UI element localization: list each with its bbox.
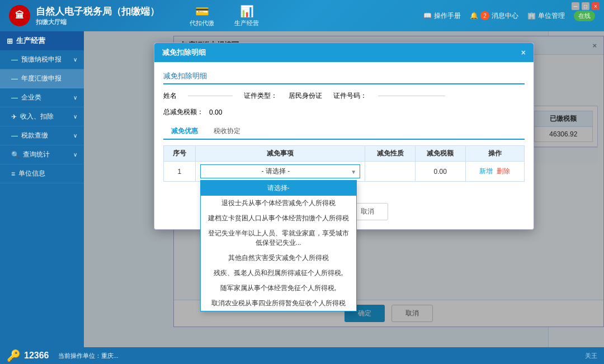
sidebar-section-icon: ⊞: [7, 37, 13, 45]
unit-sidebar-icon: ≡: [11, 170, 15, 178]
inner-modal-body: 减免扣除明细 姓名 证件类型： 居民身份证 证件号码： 总减免税额： 0.00: [154, 62, 534, 196]
status-bar: 🔑 12366 当前操作单位：重庆... 关王: [0, 347, 604, 364]
inner-modal-close[interactable]: ×: [521, 48, 526, 57]
enterprise-label: 企业类: [21, 93, 41, 102]
dakou-icon: 💳: [195, 4, 209, 18]
income-sidebar-label: 收入、扣除: [20, 112, 54, 121]
message-label: 消息中心: [492, 11, 518, 21]
unit-label: 单位管理: [538, 11, 565, 21]
app-subtitle: 扣缴大厅端: [36, 18, 159, 26]
main-layout: ⊞ 生产经营 — 预缴纳税申报 ∨ — 年度汇缴申报 — 企业类 ∨ ✈ 收入、…: [0, 31, 604, 347]
annual-label: 年度汇缴申报: [21, 74, 62, 83]
name-value: [188, 96, 233, 96]
modal-row-ops: 新增 删除: [465, 162, 524, 182]
sidebar-item-annual[interactable]: — 年度汇缴申报: [0, 69, 84, 88]
manual-button[interactable]: 📖 操作手册: [423, 11, 461, 21]
unit-sidebar-label: 单位信息: [18, 169, 45, 178]
event-dropdown-trigger[interactable]: - 请选择 - ▼: [200, 164, 361, 178]
dropdown-option-3[interactable]: 登记失业半年以上人员、零就业家庭，享受城市低保登记失业...: [201, 226, 356, 250]
info-row: 姓名 证件类型： 居民身份证 证件号码：: [163, 91, 525, 101]
dropdown-option-1[interactable]: 退役士兵从事个体经营减免个人所得税: [201, 196, 356, 211]
income-sidebar-icon: ✈: [11, 113, 17, 121]
message-badge: 2: [480, 11, 489, 20]
delete-button[interactable]: 删除: [496, 167, 511, 176]
cert-no-value: [378, 96, 445, 96]
inner-modal-title: 减免扣除明细: [162, 48, 206, 58]
dropdown-option-0[interactable]: 请选择-: [201, 181, 356, 196]
query-icon: 🔍: [11, 151, 20, 159]
sidebar-item-tax[interactable]: — 税款查缴 ∨: [0, 126, 84, 145]
modal-row-nature: [365, 162, 416, 182]
message-button[interactable]: 🔔 2 消息中心: [470, 11, 518, 21]
enterprise-icon: —: [11, 94, 18, 102]
add-button[interactable]: 新增: [478, 167, 494, 176]
event-dropdown-container: - 请选择 - ▼ 请选择- 退役士兵从事个体经营减免个人所得税 建档立卡贫困人…: [200, 164, 361, 178]
app-logo: 🏛 自然人电子税务局（扣缴端） 扣缴大厅端: [9, 5, 159, 26]
sidebar-item-unit[interactable]: ≡ 单位信息: [0, 164, 84, 183]
manual-icon: 📖: [423, 12, 432, 20]
status-unit: 当前操作单位：重庆...: [58, 352, 119, 360]
content-area: 年度汇缴申报填写 × 保存 税款所属 企业类 序号: [84, 31, 604, 347]
cert-type-value: 居民身份证: [289, 91, 322, 101]
unit-icon: 🏢: [527, 12, 536, 20]
status-logo: 🔑 12366: [7, 349, 49, 362]
close-button[interactable]: ×: [592, 2, 600, 10]
section-title: 减免扣除明细: [163, 71, 525, 84]
dropdown-option-7[interactable]: 取消农业税从事四业所得暂免征收个人所得税: [201, 296, 356, 311]
manual-label: 操作手册: [434, 11, 461, 21]
modal-col-nature: 减免性质: [365, 146, 416, 162]
dropdown-option-2[interactable]: 建档立卡贫困人口从事个体经营扣缴个人所得税: [201, 211, 356, 226]
total-exempt-row: 总减免税额： 0.00: [163, 107, 525, 117]
tab-exemption[interactable]: 减免优惠: [163, 124, 206, 140]
cert-no-label: 证件号码：: [333, 91, 367, 101]
tax-label: 税款查缴: [21, 131, 48, 140]
tax-arrow: ∨: [73, 133, 77, 139]
dropdown-option-4[interactable]: 其他自然灾害受灾减免个人所得税: [201, 250, 356, 266]
inner-modal: 减免扣除明细 × 减免扣除明细 姓名 证件类型： 居民身份证 证件号码：: [154, 42, 534, 230]
maximize-button[interactable]: □: [582, 2, 589, 10]
event-dropdown-value: - 请选择 -: [262, 167, 290, 175]
production-icon: 📊: [240, 4, 254, 18]
modal-row-seq: 1: [164, 162, 196, 182]
status-close-button[interactable]: 关王: [585, 352, 597, 360]
modal-col-amount: 减免税额: [415, 146, 465, 162]
nav-item-production[interactable]: 📊 生产经营: [226, 2, 267, 30]
app-title: 自然人电子税务局（扣缴端）: [36, 5, 159, 18]
query-arrow: ∨: [73, 152, 77, 158]
app-header: ─ □ × 🏛 自然人电子税务局（扣缴端） 扣缴大厅端 💳 代扣代缴 📊 生产经…: [0, 0, 604, 31]
header-nav: 💳 代扣代缴 📊 生产经营: [182, 2, 267, 30]
modal-col-event: 减免事项: [195, 146, 365, 162]
logo-icon: 🏛: [9, 5, 30, 26]
sidebar-item-query[interactable]: 🔍 查询统计 ∨: [0, 145, 84, 164]
sidebar-item-prepay[interactable]: — 预缴纳税申报 ∨: [0, 50, 84, 69]
modal-tabs: 减免优惠 税收协定: [163, 124, 525, 140]
status-logo-icon: 🔑: [7, 349, 21, 362]
nav-label-production: 生产经营: [234, 19, 259, 27]
unit-manage-button[interactable]: 🏢 单位管理: [527, 11, 565, 21]
name-label: 姓名: [163, 91, 177, 101]
prepay-arrow: ∨: [73, 56, 77, 63]
income-arrow: ∨: [73, 114, 77, 120]
sidebar: ⊞ 生产经营 — 预缴纳税申报 ∨ — 年度汇缴申报 — 企业类 ∨ ✈ 收入、…: [0, 31, 84, 347]
status-phone: 12366: [24, 351, 49, 361]
modal-row-event: - 请选择 - ▼ 请选择- 退役士兵从事个体经营减免个人所得税 建档立卡贫困人…: [195, 162, 365, 182]
event-dropdown-list: 请选择- 退役士兵从事个体经营减免个人所得税 建档立卡贫困人口从事个体经营扣缴个…: [200, 180, 357, 311]
nav-item-dakou[interactable]: 💳 代扣代缴: [182, 2, 222, 30]
annual-icon: —: [11, 75, 18, 83]
sidebar-item-income[interactable]: ✈ 收入、扣除 ∨: [0, 107, 84, 126]
enterprise-arrow: ∨: [73, 94, 77, 101]
modal-table-row: 1 - 请选择 - ▼: [164, 162, 525, 182]
header-right: 📖 操作手册 🔔 2 消息中心 🏢 单位管理 在线: [423, 11, 595, 21]
dropdown-option-6[interactable]: 随军家属从事个体经营免征个人所得税,: [201, 281, 356, 296]
modal-table: 序号 减免事项 减免性质 减免税额 操作 1: [163, 145, 525, 182]
query-label: 查询统计: [23, 150, 50, 159]
dropdown-option-5[interactable]: 残疾、孤老人员和烈属所得减征个人所得税,: [201, 266, 356, 281]
cert-type-label: 证件类型：: [244, 91, 277, 101]
modal-row-amount: 0.00: [415, 162, 465, 182]
prepay-label: 预缴纳税申报: [21, 55, 62, 64]
tab-treaty[interactable]: 税收协定: [206, 124, 248, 140]
sidebar-item-enterprise[interactable]: — 企业类 ∨: [0, 88, 84, 107]
sidebar-section-header: ⊞ 生产经营: [0, 31, 84, 50]
modal-col-ops: 操作: [465, 146, 524, 162]
minimize-button[interactable]: ─: [572, 2, 579, 10]
